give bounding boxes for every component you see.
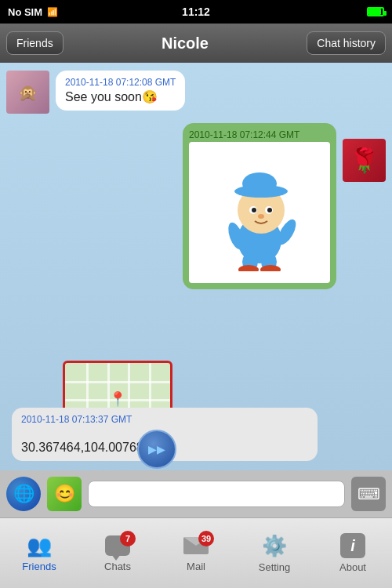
input-bar	[0, 470, 392, 517]
tab-chats-label: Chats	[104, 561, 131, 572]
bubble-image	[189, 142, 330, 283]
message-time: 2010-11-18 07:13:37 GMT	[21, 414, 308, 425]
message-row: 2010-11-18 07:12:44 GMT	[6, 123, 386, 289]
status-right	[367, 7, 384, 16]
avatar-image: 🙊	[6, 71, 49, 114]
keyboard-button[interactable]	[351, 477, 386, 511]
message-row: 🙊 2010-11-18 07:12:08 GMT See you soon😘	[6, 71, 386, 114]
nav-title: Nicole	[162, 34, 209, 53]
mail-badge: 39	[198, 531, 214, 546]
status-bar: No SIM 📶 11:12	[0, 0, 392, 24]
svg-point-5	[252, 208, 256, 212]
rose-sticker: 🌹	[343, 139, 386, 182]
globe-button[interactable]	[6, 477, 41, 511]
chat-area: 🙊 2010-11-18 07:12:08 GMT See you soon😘 …	[0, 63, 392, 502]
message-time: 2010-11-18 07:12:08 GMT	[65, 77, 176, 88]
tab-friends[interactable]: 👥 Friends	[0, 518, 78, 588]
tab-bar: 👥 Friends 7 Chats 39 Mail ⚙️ Setting i A…	[0, 517, 392, 588]
carrier-label: No SIM	[8, 6, 42, 18]
chat-history-button[interactable]: Chat history	[307, 31, 386, 55]
chats-badge: 7	[120, 531, 136, 546]
character-svg	[212, 154, 307, 271]
chat-icon: 7	[103, 534, 132, 557]
image-bubble: 2010-11-18 07:12:44 GMT	[183, 123, 336, 289]
gear-icon: ⚙️	[262, 534, 287, 558]
avatar: 🙊	[6, 71, 49, 114]
people-icon: 👥	[24, 534, 54, 557]
tab-setting-label: Setting	[259, 561, 290, 573]
message-text: See you soon😘	[65, 90, 158, 103]
tab-about[interactable]: i About	[314, 518, 392, 588]
tab-mail-label: Mail	[187, 561, 205, 572]
info-icon: i	[340, 533, 365, 558]
tab-about-label: About	[339, 561, 366, 573]
battery-icon	[367, 7, 384, 16]
mail-icon-container: 39	[181, 534, 211, 557]
friends-button[interactable]: Friends	[6, 31, 64, 55]
map-pin: 📍	[109, 390, 126, 408]
wifi-icon: 📶	[47, 7, 58, 17]
message-time: 2010-11-18 07:12:44 GMT	[189, 129, 330, 140]
nav-bar: Friends Nicole Chat history	[0, 24, 392, 63]
text-bubble: 2010-11-18 07:12:08 GMT See you soon😘	[56, 71, 185, 111]
map-road	[65, 381, 170, 383]
svg-point-8	[258, 214, 264, 219]
tab-friends-label: Friends	[22, 561, 56, 572]
svg-point-3	[242, 172, 277, 194]
svg-point-7	[267, 208, 272, 212]
navigate-button[interactable]	[137, 430, 176, 469]
tab-chats[interactable]: 7 Chats	[78, 518, 157, 588]
tab-setting[interactable]: ⚙️ Setting	[235, 518, 314, 588]
message-input[interactable]	[88, 481, 345, 507]
location-coords: 30.367464,104.007680	[21, 441, 151, 454]
emoji-button[interactable]	[47, 477, 82, 511]
tab-mail[interactable]: 39 Mail	[157, 518, 235, 588]
status-time: 11:12	[182, 5, 210, 18]
status-left: No SIM 📶	[8, 6, 58, 18]
